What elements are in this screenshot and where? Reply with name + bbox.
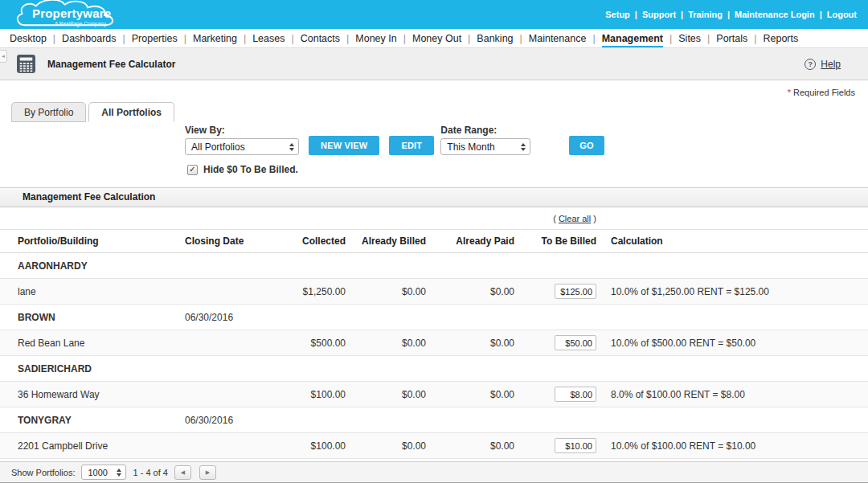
closing-date: 06/30/2016 xyxy=(185,312,293,323)
go-button[interactable]: GO xyxy=(569,136,604,155)
separator: | xyxy=(403,33,406,44)
nav-item-banking[interactable]: Banking xyxy=(477,33,513,44)
column-header-closing-date: Closing Date xyxy=(185,235,293,247)
logo-tagline-text: A RealPage Company xyxy=(55,21,106,27)
view-by-label: View By: xyxy=(185,125,299,136)
collected-value: $100.00 xyxy=(293,440,346,452)
nav-item-label: Money Out xyxy=(412,33,461,44)
nav-item-properties[interactable]: Properties xyxy=(132,33,178,44)
separator: | xyxy=(123,33,125,44)
separator: | xyxy=(346,33,349,44)
calculation-text: 10.0% of $100.00 RENT = $10.00 xyxy=(596,440,868,452)
nav-item-label: Properties xyxy=(132,33,178,44)
nav-item-marketing[interactable]: Marketing xyxy=(193,33,237,44)
nav-item-label: Management xyxy=(602,33,663,48)
topbar-link-maintenance-login[interactable]: Maintenance Login xyxy=(735,10,815,19)
building-row: Red Bean Lane$500.00$0.00$0.0010.0% of $… xyxy=(0,330,868,356)
prev-page-button[interactable]: ◀ xyxy=(174,465,191,480)
separator: | xyxy=(184,33,186,44)
topbar-link-setup[interactable]: Setup xyxy=(605,10,630,19)
nav-item-maintenance[interactable]: Maintenance xyxy=(529,33,587,44)
nav-item-desktop[interactable]: Desktop xyxy=(10,33,47,44)
to-be-billed-input[interactable] xyxy=(555,387,596,402)
column-header-already-paid: Already Paid xyxy=(426,235,514,247)
show-portfolios-label: Show Portfolios: xyxy=(11,468,75,477)
building-name: lane xyxy=(0,286,185,297)
topbar-link-logout[interactable]: Logout xyxy=(827,10,857,19)
portfolio-row: TONYGRAY06/30/2016 xyxy=(0,407,868,433)
portfolio-name: TONYGRAY xyxy=(0,415,185,426)
building-name: 36 Homeward Way xyxy=(0,389,185,400)
topbar-link-support[interactable]: Support xyxy=(642,10,676,19)
column-header-already-billed: Already Billed xyxy=(346,235,426,247)
nav-item-label: Reports xyxy=(763,33,798,44)
already-paid-value: $0.00 xyxy=(426,440,514,452)
to-be-billed-input[interactable] xyxy=(555,438,596,453)
required-fields-note: *Required Fields xyxy=(0,88,868,97)
separator: | xyxy=(635,10,637,19)
portfolio-name: BROWN xyxy=(0,312,185,323)
nav-item-money-out[interactable]: Money Out xyxy=(412,33,461,44)
tab-bar: By PortfolioAll Portfolios xyxy=(0,102,868,122)
propertyware-logo[interactable]: Propertyware A RealPage Company xyxy=(10,0,146,29)
tab-by-portfolio[interactable]: By Portfolio xyxy=(11,102,86,122)
nav-item-label: Banking xyxy=(477,33,513,44)
to-be-billed-cell xyxy=(514,387,596,402)
new-view-button[interactable]: NEW VIEW xyxy=(309,136,379,155)
page-size-select[interactable]: 1000 xyxy=(81,465,126,480)
hide-zero-label: Hide $0 To Be Billed. xyxy=(203,164,298,175)
column-header-to-be-billed: To Be Billed xyxy=(514,235,596,247)
table-header-row: Portfolio/BuildingClosing DateCollectedA… xyxy=(0,229,868,253)
already-paid-value: $0.00 xyxy=(426,338,514,349)
topbar-links: Setup|Support|Training|Maintenance Login… xyxy=(605,10,857,19)
view-by-group: View By: All Portfolios xyxy=(185,125,299,155)
tab-all-portfolios[interactable]: All Portfolios xyxy=(88,102,174,122)
nav-item-management[interactable]: Management xyxy=(602,33,663,44)
nav-item-portals[interactable]: Portals xyxy=(716,33,747,44)
building-row: lane$1,250.00$0.00$0.0010.0% of $1,250.0… xyxy=(0,279,868,305)
edit-button[interactable]: EDIT xyxy=(389,136,434,155)
nav-item-label: Desktop xyxy=(10,33,47,44)
panel-collapse-handle-icon[interactable]: ◄ xyxy=(0,50,7,63)
select-stepper-icon xyxy=(117,469,121,477)
nav-item-sites[interactable]: Sites xyxy=(678,33,701,44)
separator: | xyxy=(754,33,756,44)
separator: | xyxy=(291,33,293,44)
table-footer: Show Portfolios: 1000 1 - 4 of 4 ◀ ▶ xyxy=(0,461,868,483)
nav-item-contacts[interactable]: Contacts xyxy=(301,33,340,44)
nav-item-reports[interactable]: Reports xyxy=(763,33,798,44)
nav-item-dashboards[interactable]: Dashboards xyxy=(62,33,116,44)
nav-item-label: Dashboards xyxy=(62,33,116,44)
page-title: Management Fee Calculator xyxy=(47,59,175,70)
date-range-select[interactable]: This Month xyxy=(440,138,530,155)
already-billed-value: $0.00 xyxy=(346,440,426,452)
separator: | xyxy=(520,33,522,44)
to-be-billed-input[interactable] xyxy=(555,335,596,350)
hide-zero-row: ✓ Hide $0 To Be Billed. xyxy=(187,164,868,175)
calculation-text: 10.0% of $500.00 RENT = $50.00 xyxy=(596,338,868,349)
already-billed-value: $0.00 xyxy=(346,338,426,349)
column-header-portfolio-building: Portfolio/Building xyxy=(0,235,185,247)
range-text: 1 - 4 of 4 xyxy=(133,468,167,477)
clear-all-row: ( Clear all ) xyxy=(0,207,868,229)
nav-item-leases[interactable]: Leases xyxy=(252,33,285,44)
section-header: Management Fee Calculation xyxy=(0,187,868,207)
to-be-billed-input[interactable] xyxy=(555,284,596,299)
view-controls: View By: All Portfolios NEW VIEW EDIT Da… xyxy=(185,125,868,155)
next-page-button[interactable]: ▶ xyxy=(199,465,216,480)
separator: | xyxy=(820,10,822,19)
collected-value: $100.00 xyxy=(293,389,346,400)
building-row: 36 Homeward Way$100.00$0.00$0.008.0% of … xyxy=(0,382,868,407)
nav-item-money-in[interactable]: Money In xyxy=(355,33,396,44)
date-range-group: Date Range: This Month xyxy=(440,125,530,155)
closing-date: 06/30/2016 xyxy=(185,415,293,426)
clear-all-link[interactable]: Clear all xyxy=(559,214,591,223)
view-by-select[interactable]: All Portfolios xyxy=(185,138,299,155)
topbar-link-training[interactable]: Training xyxy=(688,10,723,19)
top-bar: Propertyware A RealPage Company Setup|Su… xyxy=(0,0,868,29)
already-paid-value: $0.00 xyxy=(426,389,514,400)
help-link[interactable]: ? Help xyxy=(805,59,841,70)
to-be-billed-cell xyxy=(514,438,596,453)
separator: | xyxy=(244,33,246,44)
hide-zero-checkbox[interactable]: ✓ xyxy=(187,165,198,175)
